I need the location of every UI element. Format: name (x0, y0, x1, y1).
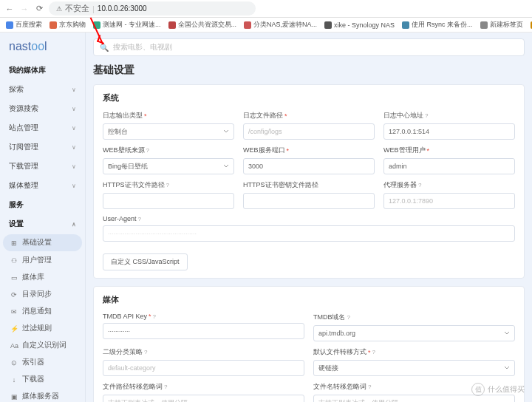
bookmark-item[interactable]: 新建标签页 (480, 20, 523, 30)
submenu-item[interactable]: ✉消息通知 (0, 303, 85, 320)
logo: nastool (0, 33, 85, 61)
bookmark-item[interactable]: xike - Synology NAS (324, 21, 395, 29)
bookmarks-bar: 百度搜索京东购物测速网 - 专业网速...全国公共资源交易...分类NAS,爱速… (0, 18, 532, 33)
menu-item[interactable]: 订阅管理∨ (0, 137, 85, 157)
system-title: 系统 (103, 92, 515, 103)
submenu-icon: ⟳ (10, 291, 18, 299)
https-key-input[interactable] (243, 193, 375, 209)
submenu-item[interactable]: Aa自定义识别词 (0, 337, 85, 354)
submenu-item[interactable]: ⊙索引器 (0, 354, 85, 371)
menu-item[interactable]: 下载管理∨ (0, 157, 85, 176)
search-placeholder: 搜索电影、电视剧 (113, 42, 172, 52)
path-ignore-input[interactable] (103, 395, 304, 402)
submenu-item[interactable]: ▣媒体服务器 (0, 388, 85, 402)
back-button[interactable]: ← (4, 4, 15, 13)
search-icon: 🔍 (100, 44, 109, 52)
bookmark-item[interactable]: 分类NAS,爱速特NA... (244, 20, 317, 30)
security-warning-icon: ⚠ (56, 5, 62, 13)
submenu-icon: ▭ (10, 274, 18, 282)
menu-item[interactable]: 探索∨ (0, 80, 85, 99)
submenu-icon: Aa (10, 342, 18, 350)
https-cert-input[interactable] (103, 193, 234, 209)
media-title: 媒体 (103, 294, 515, 305)
menu-item[interactable]: 资源搜索∨ (0, 99, 85, 118)
chevron-icon: ∨ (72, 163, 76, 170)
bookmark-icon (480, 21, 488, 29)
web-port-input[interactable] (243, 158, 375, 174)
submenu-item[interactable]: ⊞基础设置 (3, 234, 82, 251)
proxy-input[interactable] (383, 193, 515, 209)
menu-item[interactable]: 设置∧ (0, 214, 85, 234)
submenu-item[interactable]: ↓下载器 (0, 371, 85, 388)
media-card: 媒体 TMDB API Key*? TMDB域名?api.tmdb.org 二级… (93, 286, 525, 402)
log-path-input[interactable] (243, 123, 375, 140)
web-user-input[interactable] (383, 158, 515, 174)
bookmark-item[interactable]: 全国公共资源交易... (168, 20, 237, 30)
bookmark-icon (6, 21, 13, 29)
bookmark-icon (244, 21, 251, 29)
useragent-input[interactable] (103, 225, 515, 242)
chevron-icon: ∨ (72, 183, 76, 189)
tmdb-domain-select[interactable]: api.tmdb.org (313, 325, 515, 341)
submenu-icon: ⚡ (10, 325, 18, 333)
menu-item[interactable]: 服务 (0, 195, 85, 214)
chevron-icon: ∨ (72, 86, 76, 93)
bookmark-item[interactable]: 京东购物 (50, 20, 86, 30)
sidebar: nastool 我的媒体库探索∨资源搜索∨站点管理∨订阅管理∨下载管理∨媒体整理… (0, 33, 86, 402)
submenu-item[interactable]: ⚇用户管理 (0, 252, 85, 269)
url-text: 10.0.0.26:3000 (98, 4, 147, 13)
address-bar[interactable]: ⚠ 不安全 | 10.0.0.26:3000 (49, 1, 256, 16)
bookmark-icon (50, 21, 57, 29)
bookmark-item[interactable]: 测速网 - 专业网速... (93, 20, 161, 30)
system-card: 系统 日志输出类型*控制台 日志文件路径* 日志中心地址? WEB壁纸来源?Bi… (93, 84, 525, 279)
bookmark-icon (402, 21, 409, 29)
submenu-icon: ▣ (10, 393, 18, 401)
search-bar[interactable]: 🔍 搜索电影、电视剧 (93, 38, 525, 56)
bookmark-item[interactable]: 百度搜索 (6, 20, 42, 30)
main-content: 🔍 搜索电影、电视剧 基础设置 系统 日志输出类型*控制台 日志文件路径* 日志… (86, 33, 532, 402)
transfer-mode-select[interactable]: 硬链接 (313, 360, 515, 376)
chevron-icon: ∨ (72, 125, 76, 132)
bookmark-item[interactable]: 使用 Rsync 来备份... (402, 20, 473, 30)
submenu-icon: ✉ (10, 308, 18, 316)
category-input[interactable] (103, 360, 304, 376)
log-output-select[interactable]: 控制台 (103, 123, 234, 140)
bookmark-icon (93, 21, 100, 29)
chevron-icon: ∨ (72, 144, 76, 151)
submenu-icon: ↓ (10, 376, 18, 384)
log-center-input[interactable] (383, 123, 515, 140)
security-text: 不安全 (65, 3, 89, 14)
submenu-item[interactable]: ⟳目录同步 (0, 286, 85, 303)
menu-item[interactable]: 站点管理∨ (0, 118, 85, 137)
custom-css-button[interactable]: 自定义 CSS/JavaScript (103, 253, 188, 270)
chevron-icon: ∧ (72, 221, 76, 228)
submenu-icon: ⊞ (10, 239, 18, 247)
submenu-icon: ⊙ (10, 359, 18, 367)
submenu-item[interactable]: ⚡过滤规则 (0, 320, 85, 337)
wallpaper-select[interactable]: Bing每日壁纸 (103, 158, 234, 174)
tmdb-key-input[interactable] (103, 323, 304, 339)
submenu-icon: ⚇ (10, 257, 18, 265)
chevron-icon: ∨ (72, 106, 76, 112)
submenu-item[interactable]: ▭媒体库 (0, 269, 85, 286)
page-title: 基础设置 (93, 64, 525, 77)
bookmark-icon (168, 21, 176, 29)
watermark-icon: 值 (471, 383, 485, 396)
reload-button[interactable]: ⟳ (34, 4, 44, 13)
menu-item[interactable]: 我的媒体库 (0, 61, 85, 80)
forward-button[interactable]: → (19, 4, 30, 13)
menu-item[interactable]: 媒体整理∨ (0, 176, 85, 195)
watermark: 值 什么值得买 (471, 383, 525, 396)
bookmark-icon (324, 21, 332, 29)
